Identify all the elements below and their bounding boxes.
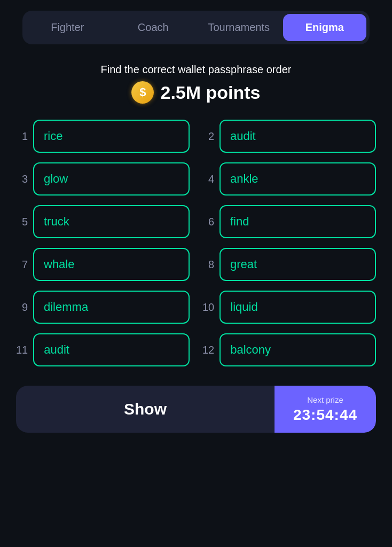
word-cell: 6find bbox=[202, 205, 376, 238]
word-box[interactable]: ankle bbox=[219, 162, 376, 196]
tab-bar: Fighter Coach Tournaments Enigma bbox=[22, 11, 370, 44]
word-cell: 8great bbox=[202, 248, 376, 281]
word-cell: 9dilemma bbox=[16, 291, 190, 324]
next-prize-section[interactable]: Next prize 23:54:44 bbox=[275, 386, 376, 433]
word-box[interactable]: dilemma bbox=[33, 291, 190, 324]
word-box[interactable]: great bbox=[219, 248, 376, 281]
word-cell: 5truck bbox=[16, 205, 190, 238]
word-box[interactable]: truck bbox=[33, 205, 190, 238]
word-cell: 7whale bbox=[16, 248, 190, 281]
tab-fighter[interactable]: Fighter bbox=[26, 14, 109, 41]
show-button[interactable]: Show bbox=[16, 386, 275, 433]
word-number: 12 bbox=[202, 344, 214, 356]
word-grid: 1rice2audit3glow4ankle5truck6find7whale8… bbox=[16, 120, 376, 366]
word-cell: 3glow bbox=[16, 162, 190, 196]
word-box[interactable]: balcony bbox=[219, 333, 376, 366]
word-box[interactable]: glow bbox=[33, 162, 190, 196]
word-number: 8 bbox=[202, 259, 214, 271]
points-row: $ 2.5M points bbox=[131, 81, 260, 104]
word-box[interactable]: whale bbox=[33, 248, 190, 281]
word-number: 5 bbox=[16, 216, 28, 228]
word-number: 10 bbox=[202, 301, 214, 314]
bottom-bar: Show Next prize 23:54:44 bbox=[16, 386, 376, 433]
app-container: Fighter Coach Tournaments Enigma Find th… bbox=[0, 0, 392, 547]
word-number: 11 bbox=[16, 344, 28, 356]
word-number: 1 bbox=[16, 130, 28, 143]
word-box[interactable]: audit bbox=[219, 120, 376, 153]
word-number: 7 bbox=[16, 259, 28, 271]
word-cell: 4ankle bbox=[202, 162, 376, 196]
word-cell: 11audit bbox=[16, 333, 190, 366]
word-number: 9 bbox=[16, 301, 28, 314]
word-box[interactable]: rice bbox=[33, 120, 190, 153]
tab-tournaments[interactable]: Tournaments bbox=[197, 14, 281, 41]
points-text: 2.5M points bbox=[160, 82, 260, 103]
word-box[interactable]: liquid bbox=[219, 291, 376, 324]
word-cell: 12balcony bbox=[202, 333, 376, 366]
word-number: 3 bbox=[16, 173, 28, 185]
next-prize-timer: 23:54:44 bbox=[293, 407, 357, 424]
tab-coach[interactable]: Coach bbox=[112, 14, 195, 41]
word-number: 4 bbox=[202, 173, 214, 185]
word-box[interactable]: find bbox=[219, 205, 376, 238]
next-prize-label: Next prize bbox=[307, 395, 343, 404]
word-number: 2 bbox=[202, 130, 214, 143]
coin-icon: $ bbox=[131, 81, 154, 104]
word-number: 6 bbox=[202, 216, 214, 228]
word-box[interactable]: audit bbox=[33, 333, 190, 366]
description-text: Find the correct wallet passphrase order bbox=[101, 64, 292, 76]
tab-enigma[interactable]: Enigma bbox=[283, 14, 367, 41]
word-cell: 2audit bbox=[202, 120, 376, 153]
word-cell: 10liquid bbox=[202, 291, 376, 324]
word-cell: 1rice bbox=[16, 120, 190, 153]
